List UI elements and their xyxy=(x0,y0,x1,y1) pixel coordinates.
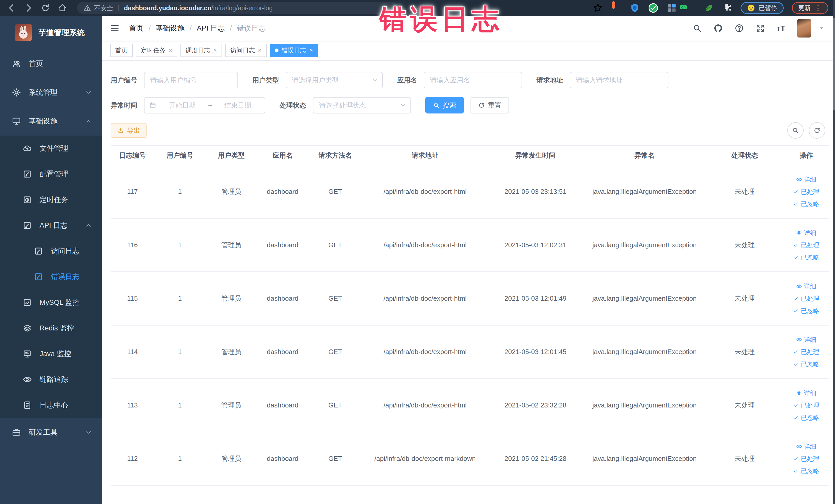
action-已处理[interactable]: 已处理 xyxy=(793,241,819,249)
tag-错误日志[interactable]: 错误日志× xyxy=(270,44,318,57)
breadcrumb-item[interactable]: 首页 xyxy=(129,23,143,33)
fullscreen-icon[interactable] xyxy=(756,24,765,33)
search-toggle-button[interactable] xyxy=(787,122,804,139)
sidebar-item-scheduled-tasks[interactable]: 定时任务 xyxy=(0,187,102,213)
log-icon xyxy=(23,221,32,230)
sidebar-item-api-log[interactable]: API 日志 xyxy=(0,213,102,238)
tag-定时任务[interactable]: 定时任务× xyxy=(136,44,177,57)
close-icon[interactable]: × xyxy=(309,47,313,54)
action-详细[interactable]: 详细 xyxy=(796,282,816,290)
search-button[interactable]: 搜索 xyxy=(425,97,464,114)
action-已忽略[interactable]: 已忽略 xyxy=(793,414,819,422)
help-icon[interactable] xyxy=(735,24,744,33)
export-button[interactable]: 导出 xyxy=(110,123,147,138)
sidebar-item-system-management[interactable]: 系统管理 xyxy=(0,78,102,107)
update-button[interactable]: 更新 ⋮ xyxy=(792,2,828,14)
action-详细[interactable]: 详细 xyxy=(796,389,816,397)
cell-actions: 详细已处理已忽略 xyxy=(783,282,829,315)
browser-menu-icon[interactable]: ⋮ xyxy=(814,4,822,12)
search-button-label: 搜索 xyxy=(443,101,456,110)
check-icon xyxy=(793,362,799,367)
sidebar: 芋道管理系统 首页系统管理基础设施文件管理配置管理定时任务API 日志访问日志错… xyxy=(0,16,102,504)
reload-icon[interactable] xyxy=(41,3,50,13)
collapse-sidebar-icon[interactable] xyxy=(109,23,120,33)
sidebar-item-mysql-monitor[interactable]: MySQL 监控 xyxy=(0,289,102,315)
sidebar-item-infrastructure[interactable]: 基础设施 xyxy=(0,107,102,136)
ext-on-badge-icon[interactable]: on xyxy=(685,3,695,13)
action-已处理[interactable]: 已处理 xyxy=(793,455,819,463)
action-label: 已忽略 xyxy=(801,200,819,208)
action-已忽略[interactable]: 已忽略 xyxy=(793,467,819,475)
tag-调度日志[interactable]: 调度日志× xyxy=(180,44,222,57)
sidebar-item-log-center[interactable]: 日志中心 xyxy=(0,392,102,418)
chevron-up-icon xyxy=(85,222,92,229)
action-已处理[interactable]: 已处理 xyxy=(793,348,819,356)
back-icon[interactable] xyxy=(7,3,16,13)
chevron-down-icon[interactable] xyxy=(819,25,825,31)
scrollbar-thumb[interactable] xyxy=(833,18,835,110)
sidebar-item-home[interactable]: 首页 xyxy=(0,49,102,78)
sidebar-item-config-management[interactable]: 配置管理 xyxy=(0,161,102,187)
user-no-input[interactable] xyxy=(144,72,238,88)
paused-badge[interactable]: 已暂停 xyxy=(740,2,784,14)
tag-访问日志[interactable]: 访问日志× xyxy=(225,44,267,57)
ext-blue-shield-icon[interactable] xyxy=(630,3,640,13)
ext-green-check-icon[interactable] xyxy=(648,3,658,13)
cell-url: /api/infra/db-doc/export-html xyxy=(362,348,488,356)
browser-toolbar: 不安全 dashboard.yudao.iocoder.cn /infra/lo… xyxy=(0,0,835,16)
sidebar-item-java-monitor[interactable]: Java 监控 xyxy=(0,341,102,367)
cell-exception: java.lang.IllegalArgumentException xyxy=(583,348,706,356)
address-bar[interactable]: 不安全 dashboard.yudao.iocoder.cn /infra/lo… xyxy=(77,2,398,14)
page-scrollbar[interactable] xyxy=(833,0,835,504)
refresh-button[interactable] xyxy=(809,122,825,139)
ext-leaf-icon[interactable] xyxy=(704,3,714,13)
app-logo-row[interactable]: 芋道管理系统 xyxy=(0,16,102,49)
action-详细[interactable]: 详细 xyxy=(796,442,816,450)
ext-grid-icon[interactable] xyxy=(667,3,677,13)
action-已忽略[interactable]: 已忽略 xyxy=(793,254,819,262)
action-已处理[interactable]: 已处理 xyxy=(793,401,819,409)
forward-icon[interactable] xyxy=(24,3,33,13)
home-icon[interactable] xyxy=(58,3,67,13)
ext-orange-ring-icon[interactable] xyxy=(611,3,622,13)
action-已忽略[interactable]: 已忽略 xyxy=(793,307,819,315)
user-type-select[interactable]: 请选择用户类型 xyxy=(286,72,383,88)
sidebar-item-error-log[interactable]: 错误日志 xyxy=(0,264,102,289)
exception-time-range-picker[interactable]: 开始日期 ~ 结束日期 xyxy=(144,97,265,114)
font-size-icon[interactable]: тT xyxy=(777,24,785,33)
request-url-input[interactable] xyxy=(570,72,668,88)
tag-label: 错误日志 xyxy=(282,46,306,55)
breadcrumb-item[interactable]: 基础设施 xyxy=(156,23,185,33)
action-详细[interactable]: 详细 xyxy=(796,229,816,237)
sidebar-item-trace[interactable]: 链路追踪 xyxy=(0,367,102,392)
action-已忽略[interactable]: 已忽略 xyxy=(793,200,819,208)
breadcrumb-item[interactable]: API 日志 xyxy=(197,23,225,33)
sidebar-item-dev-tools[interactable]: 研发工具 xyxy=(0,418,102,447)
column-header: 异常发生时间 xyxy=(488,151,583,160)
close-icon[interactable]: × xyxy=(213,47,217,54)
action-详细[interactable]: 详细 xyxy=(796,336,816,344)
reset-button[interactable]: 重置 xyxy=(470,97,509,114)
chevron-down-icon xyxy=(85,429,92,436)
bookmark-star-icon[interactable] xyxy=(593,3,603,13)
sidebar-item-file-management[interactable]: 文件管理 xyxy=(0,136,102,161)
action-已忽略[interactable]: 已忽略 xyxy=(793,360,819,368)
cell-exception: java.lang.IllegalArgumentException xyxy=(583,455,706,463)
close-icon[interactable]: × xyxy=(258,47,262,54)
page-content: 用户编号 用户类型 请选择用户类型 应用名 请求地址 xyxy=(102,61,835,504)
user-avatar[interactable] xyxy=(797,19,811,38)
tag-首页[interactable]: 首页 xyxy=(110,44,133,57)
check-icon xyxy=(793,242,799,248)
sidebar-item-access-log[interactable]: 访问日志 xyxy=(0,238,102,264)
action-已处理[interactable]: 已处理 xyxy=(793,295,819,303)
action-已处理[interactable]: 已处理 xyxy=(793,188,819,196)
sidebar-item-redis-monitor[interactable]: Redis 监控 xyxy=(0,315,102,341)
action-详细[interactable]: 详细 xyxy=(796,175,816,184)
github-icon[interactable] xyxy=(714,24,723,33)
process-status-select[interactable]: 请选择处理状态 xyxy=(313,97,411,114)
extensions-puzzle-icon[interactable] xyxy=(722,3,732,13)
search-icon[interactable] xyxy=(693,24,702,33)
cell-time: 2021-05-02 21:45:28 xyxy=(488,455,583,463)
app-name-input[interactable] xyxy=(424,72,522,88)
close-icon[interactable]: × xyxy=(169,47,172,54)
